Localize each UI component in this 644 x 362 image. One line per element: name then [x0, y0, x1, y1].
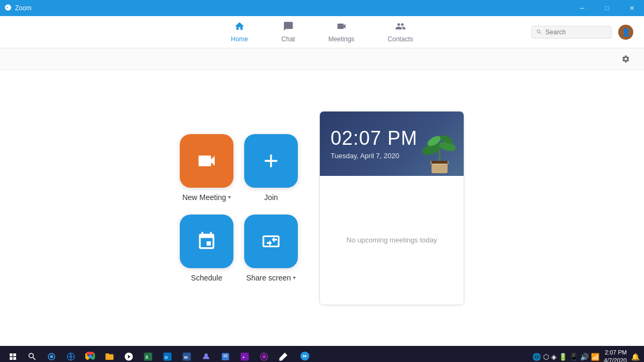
avatar: 👤 — [618, 25, 633, 40]
join-label: Join — [264, 193, 278, 202]
nav-item-home[interactable]: Home — [222, 19, 257, 45]
meetings-icon — [336, 21, 347, 34]
taskbar-dropbox-icon[interactable]: ◈ — [551, 353, 557, 361]
taskbar-notes[interactable] — [217, 348, 234, 362]
new-meeting-action[interactable]: New Meeting ▾ — [180, 134, 233, 202]
taskbar-right: 🌐 ⬡ ◈ 🔋 📱 🔊 📶 2:07 PM 4/7/2020 🔔 — [532, 349, 640, 362]
settings-button[interactable] — [618, 51, 633, 67]
schedule-action[interactable]: Schedule — [180, 215, 233, 282]
chat-icon — [283, 21, 294, 34]
taskbar-wifi-icon[interactable]: 📶 — [591, 353, 599, 361]
search-box[interactable] — [531, 26, 612, 39]
taskbar-clock: 2:07 PM 4/7/2020 — [604, 349, 627, 362]
start-button[interactable] — [4, 348, 21, 362]
no-meetings-text: No upcoming meetings today — [347, 236, 437, 244]
nav-item-meetings[interactable]: Meetings — [320, 19, 363, 45]
join-action[interactable]: Join — [244, 134, 298, 202]
nav-right: 👤 — [531, 25, 633, 40]
search-input[interactable] — [545, 28, 607, 36]
main-content: New Meeting ▾ Join — [0, 70, 644, 346]
taskbar-sound-icon[interactable]: 🔊 — [580, 353, 589, 361]
meetings-section: No upcoming meetings today — [320, 176, 464, 305]
taskbar-phone-icon[interactable]: 📱 — [569, 353, 578, 361]
new-meeting-label: New Meeting ▾ — [182, 193, 231, 202]
share-screen-chevron: ▾ — [293, 275, 296, 280]
svg-text:W: W — [184, 355, 188, 360]
taskbar-date: 4/7/2020 — [604, 357, 627, 362]
content-inner: New Meeting ▾ Join — [180, 111, 464, 305]
nav-center: Home Chat Meetings Contacts — [222, 19, 421, 45]
schedule-label: Schedule — [191, 274, 222, 282]
taskbar-outlook[interactable]: O — [159, 348, 176, 362]
svg-text:O: O — [165, 355, 168, 360]
navbar: Home Chat Meetings Contacts — [0, 16, 644, 48]
nav-label-meetings: Meetings — [328, 35, 355, 43]
svg-rect-9 — [433, 164, 447, 165]
home-icon — [234, 21, 245, 34]
schedule-button[interactable] — [180, 215, 233, 268]
plant-decoration — [421, 122, 458, 176]
clock-text: 02:07 PM Tuesday, April 7, 2020 — [331, 127, 418, 160]
taskbar-sys-icons: 🌐 ⬡ ◈ 🔋 📱 🔊 📶 — [532, 353, 599, 361]
title-bar-title: Zoom — [15, 4, 32, 12]
close-button[interactable]: ✕ — [619, 0, 644, 16]
join-button[interactable] — [244, 134, 298, 188]
contacts-icon — [395, 21, 406, 34]
svg-text:X: X — [145, 355, 149, 360]
actions-grid: New Meeting ▾ Join — [180, 134, 298, 282]
nav-label-contacts: Contacts — [387, 35, 413, 43]
svg-point-11 — [50, 355, 53, 358]
taskbar-onenote[interactable]: + — [236, 348, 253, 362]
nav-label-home: Home — [231, 35, 248, 43]
search-icon — [536, 28, 542, 35]
taskbar-zoom[interactable] — [294, 348, 316, 362]
svg-text:+: + — [243, 355, 245, 360]
taskbar-cortana[interactable] — [43, 348, 60, 362]
new-meeting-button[interactable] — [180, 134, 233, 188]
maximize-button[interactable]: □ — [595, 0, 619, 16]
share-screen-button[interactable] — [244, 215, 298, 268]
clock-date: Tuesday, April 7, 2020 — [331, 152, 418, 160]
svg-rect-25 — [241, 353, 249, 361]
clock-time: 02:07 PM — [331, 127, 418, 150]
taskbar-excel[interactable]: X — [140, 348, 157, 362]
svg-point-14 — [89, 355, 92, 358]
taskbar-network-icon[interactable]: 🌐 — [532, 353, 541, 361]
taskbar-bluetooth-icon[interactable]: ⬡ — [543, 353, 549, 361]
app-window: Home Chat Meetings Contacts — [0, 16, 644, 346]
taskbar-word[interactable]: W — [178, 348, 195, 362]
new-meeting-chevron: ▾ — [228, 194, 231, 200]
taskbar-game[interactable] — [255, 348, 273, 362]
taskbar-search[interactable] — [24, 348, 41, 362]
svg-rect-3 — [431, 161, 448, 164]
minimize-button[interactable]: ─ — [570, 0, 595, 16]
share-screen-label: Share screen ▾ — [246, 274, 296, 282]
taskbar-ie[interactable] — [62, 348, 79, 362]
taskbar-teams[interactable] — [197, 348, 215, 362]
taskbar-store[interactable] — [120, 348, 137, 362]
nav-label-chat: Chat — [281, 35, 295, 43]
taskbar: X O W + 🌐 ⬡ ◈ 🔋 📱 🔊 📶 2:07 PM 4/7 — [0, 346, 644, 362]
toolbar — [0, 48, 644, 70]
taskbar-time: 2:07 PM — [604, 349, 627, 357]
title-bar: Zoom ─ □ ✕ — [0, 0, 644, 16]
taskbar-pen[interactable] — [275, 348, 292, 362]
taskbar-chrome[interactable] — [82, 348, 99, 362]
share-screen-action[interactable]: Share screen ▾ — [244, 215, 298, 282]
window-controls: ─ □ ✕ — [570, 0, 644, 16]
nav-item-chat[interactable]: Chat — [273, 19, 303, 45]
nav-item-contacts[interactable]: Contacts — [379, 19, 421, 45]
side-panel: 02:07 PM Tuesday, April 7, 2020 — [319, 111, 464, 305]
svg-point-28 — [262, 354, 266, 359]
clock-section: 02:07 PM Tuesday, April 7, 2020 — [320, 112, 464, 176]
taskbar-battery-icon[interactable]: 🔋 — [559, 353, 567, 361]
taskbar-explorer[interactable] — [101, 348, 118, 362]
taskbar-notification-icon[interactable]: 🔔 — [631, 353, 640, 361]
title-bar-logo — [4, 4, 12, 13]
